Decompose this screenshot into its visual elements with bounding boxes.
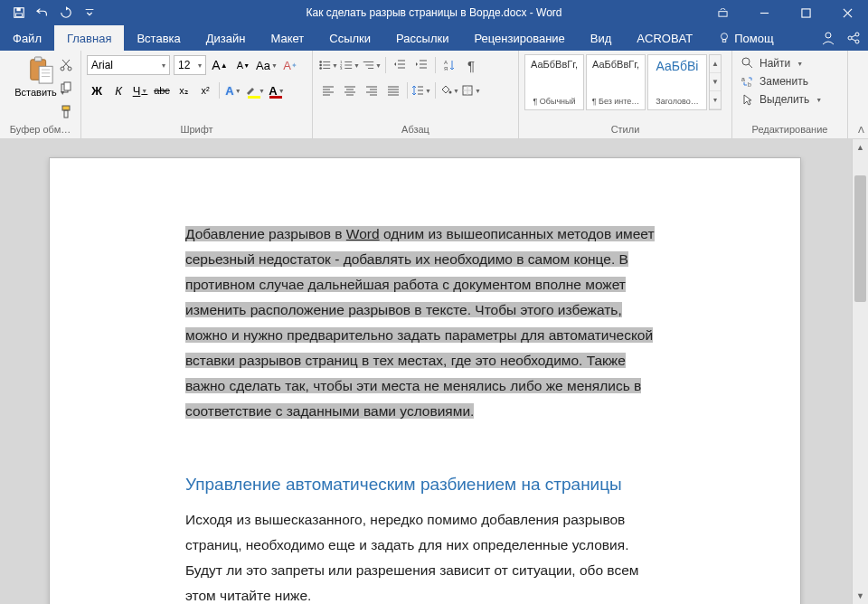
shrink-font-button[interactable]: A▼ xyxy=(233,55,253,75)
tell-me[interactable]: Помощ xyxy=(705,25,786,51)
align-center-button[interactable] xyxy=(340,80,360,100)
tab-design[interactable]: Дизайн xyxy=(193,25,259,51)
scroll-down-button[interactable]: ▼ xyxy=(853,588,868,604)
grow-font-button[interactable]: A▲ xyxy=(210,55,230,75)
heading-2[interactable]: Управление автоматическим разбиением на … xyxy=(185,475,665,495)
find-button[interactable]: Найти▼ xyxy=(738,54,842,72)
justify-button[interactable] xyxy=(383,80,403,100)
style-heading1[interactable]: АаБбВі Заголово… xyxy=(647,54,707,110)
svg-rect-23 xyxy=(62,106,70,110)
numbering-button[interactable]: 123▼ xyxy=(340,55,360,75)
group-styles-label: Стили xyxy=(524,124,726,137)
tab-acrobat[interactable]: ACROBAT xyxy=(624,25,705,51)
document-page[interactable]: Добавление разрывов в Word одним из выше… xyxy=(49,157,801,604)
group-font-label: Шрифт xyxy=(87,124,307,137)
cut-button[interactable] xyxy=(57,56,75,74)
text-effects-button[interactable]: A▼ xyxy=(223,80,243,100)
sort-button[interactable]: AЯ xyxy=(439,55,459,75)
minimize-button[interactable] xyxy=(743,0,785,25)
font-size-combo[interactable]: 12▾ xyxy=(174,55,206,75)
svg-rect-10 xyxy=(722,40,726,42)
tab-file[interactable]: Файл xyxy=(0,25,54,51)
strikethrough-button[interactable]: abc xyxy=(152,80,172,100)
tab-review[interactable]: Рецензирование xyxy=(461,25,577,51)
tab-mailings[interactable]: Рассылки xyxy=(383,25,461,51)
decrease-indent-button[interactable] xyxy=(390,55,410,75)
close-button[interactable] xyxy=(826,0,868,25)
multilevel-list-button[interactable]: ▼ xyxy=(362,55,382,75)
tab-insert[interactable]: Вставка xyxy=(124,25,193,51)
bullets-button[interactable]: ▼ xyxy=(318,55,338,75)
save-button[interactable] xyxy=(7,0,31,25)
styles-scroll-down[interactable]: ▼ xyxy=(710,73,721,91)
group-styles: АаБбВвГг, ¶ Обычный АаБбВвГг, ¶ Без инте… xyxy=(519,51,732,138)
align-right-button[interactable] xyxy=(362,80,382,100)
scroll-thumb[interactable] xyxy=(854,175,866,302)
select-button[interactable]: Выделить▼ xyxy=(738,90,842,109)
italic-button[interactable]: К xyxy=(108,80,128,100)
align-left-button[interactable] xyxy=(318,80,338,100)
line-spacing-button[interactable]: ▼ xyxy=(411,80,431,100)
lightbulb-icon xyxy=(718,32,731,44)
svg-text:a: a xyxy=(741,76,745,82)
svg-rect-26 xyxy=(34,57,42,61)
shading-button[interactable]: ▼ xyxy=(439,80,459,100)
svg-rect-4 xyxy=(718,11,726,16)
tab-home[interactable]: Главная xyxy=(54,25,124,51)
maximize-button[interactable] xyxy=(785,0,826,25)
superscript-button[interactable]: x² xyxy=(195,80,215,100)
copy-button[interactable] xyxy=(57,80,75,98)
undo-button[interactable] xyxy=(31,0,54,25)
style-normal[interactable]: АаБбВвГг, ¶ Обычный xyxy=(524,54,584,110)
tell-me-label: Помощ xyxy=(734,32,773,45)
svg-rect-27 xyxy=(39,66,52,83)
maximize-icon xyxy=(801,8,811,18)
share-icon[interactable] xyxy=(846,31,861,45)
svg-point-73 xyxy=(449,91,452,94)
svg-rect-2 xyxy=(16,14,23,17)
replace-button[interactable]: ab Заменить xyxy=(738,72,842,90)
borders-button[interactable]: ▼ xyxy=(461,80,481,100)
change-case-button[interactable]: Aa▼ xyxy=(257,55,277,75)
chevron-down-icon: ▼ xyxy=(278,88,285,94)
tab-references[interactable]: Ссылки xyxy=(316,25,383,51)
svg-rect-1 xyxy=(16,8,20,12)
redo-button[interactable] xyxy=(54,0,78,25)
styles-expand[interactable]: ▾ xyxy=(710,91,721,109)
ribbon: Вставить▼ Буфер обм… Arial▾ 12▾ A▲ A▼ Aa… xyxy=(0,51,868,139)
account-icon[interactable] xyxy=(821,31,835,45)
svg-point-14 xyxy=(855,40,859,43)
show-marks-button[interactable]: ¶ xyxy=(461,55,481,75)
format-painter-button[interactable] xyxy=(57,103,75,121)
borders-icon xyxy=(461,84,474,97)
tab-view[interactable]: Вид xyxy=(578,25,625,51)
ribbon-tabs: Файл Главная Вставка Дизайн Макет Ссылки… xyxy=(0,25,868,51)
svg-text:b: b xyxy=(748,81,751,88)
collapse-ribbon-button[interactable]: ᐱ xyxy=(858,125,864,135)
subscript-button[interactable]: x₂ xyxy=(174,80,193,100)
font-name-combo[interactable]: Arial▾ xyxy=(87,55,170,75)
tab-layout[interactable]: Макет xyxy=(258,25,316,51)
svg-rect-22 xyxy=(64,82,71,90)
qat-customize[interactable] xyxy=(78,0,101,25)
svg-point-13 xyxy=(855,33,859,36)
font-color-button[interactable]: A▼ xyxy=(267,80,287,100)
increase-indent-button[interactable] xyxy=(411,55,431,75)
style-no-spacing[interactable]: АаБбВвГг, ¶ Без инте… xyxy=(586,54,646,110)
bold-button[interactable]: Ж xyxy=(87,80,107,100)
highlight-button[interactable]: ▼ xyxy=(245,80,265,100)
chevron-down-icon: ▼ xyxy=(141,88,147,94)
paragraph-selected[interactable]: Добавление разрывов в Word одним из выше… xyxy=(185,222,665,424)
svg-text:Я: Я xyxy=(444,66,448,71)
scroll-up-button[interactable]: ▲ xyxy=(853,139,868,156)
justify-icon xyxy=(387,85,400,96)
clear-formatting-button[interactable]: A✦ xyxy=(280,55,300,75)
ribbon-options-button[interactable] xyxy=(702,0,743,25)
paragraph-body[interactable]: Исходя из вышесказанного, нередко помимо… xyxy=(185,507,665,604)
styles-scroll-up[interactable]: ▲ xyxy=(710,55,721,73)
styles-gallery: АаБбВвГг, ¶ Обычный АаБбВвГг, ¶ Без инте… xyxy=(524,54,726,110)
paste-icon xyxy=(27,56,54,85)
vertical-scrollbar[interactable]: ▲ ▼ xyxy=(852,139,868,604)
underline-button[interactable]: Ч▼ xyxy=(130,80,150,100)
group-clipboard-label: Буфер обм… xyxy=(5,124,75,137)
